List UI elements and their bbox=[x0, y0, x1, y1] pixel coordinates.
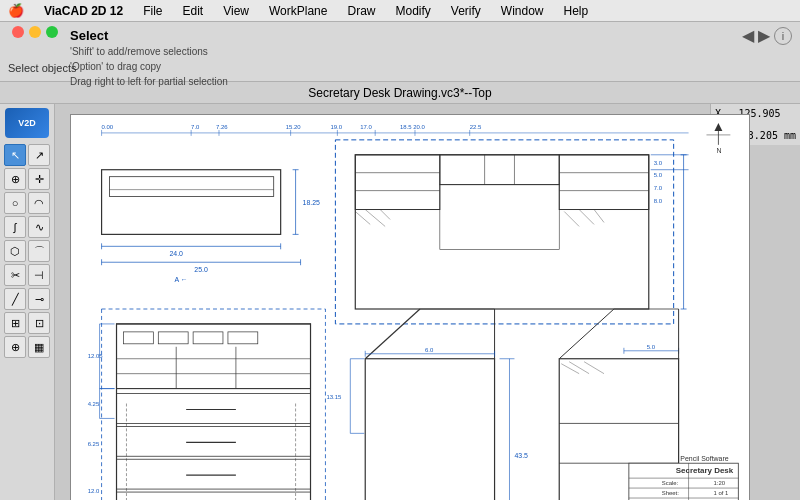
menu-edit[interactable]: Edit bbox=[175, 2, 212, 20]
toolbar-scroll-left[interactable]: ◀ bbox=[742, 26, 754, 45]
pointer-tool[interactable]: ↗ bbox=[28, 144, 50, 166]
tool-name: Select bbox=[70, 28, 228, 43]
app-logo: V2D bbox=[5, 108, 49, 138]
svg-text:24.0: 24.0 bbox=[169, 250, 183, 257]
svg-text:1 of 1: 1 of 1 bbox=[713, 490, 729, 496]
pattern-tool[interactable]: ▦ bbox=[28, 336, 50, 358]
svg-rect-73 bbox=[117, 426, 311, 456]
arc-tool[interactable]: ◠ bbox=[28, 192, 50, 214]
svg-text:Secretary Desk: Secretary Desk bbox=[676, 466, 734, 475]
svg-line-129 bbox=[561, 364, 579, 374]
toolrow-4: ∫ ∿ bbox=[4, 216, 50, 238]
extend-tool[interactable]: ⊣ bbox=[28, 264, 50, 286]
canvas-area[interactable]: X = -125.905 mm Y = -23.205 mm 0.00 7.0 … bbox=[55, 104, 800, 500]
svg-text:Sheet:: Sheet: bbox=[662, 490, 680, 496]
svg-text:8.0: 8.0 bbox=[654, 198, 663, 204]
tool-hint1: 'Shift' to add/remove selections bbox=[70, 45, 228, 58]
apple-menu[interactable]: 🍎 bbox=[8, 3, 24, 18]
svg-rect-72 bbox=[117, 394, 311, 424]
svg-rect-94 bbox=[365, 359, 494, 500]
menu-help[interactable]: Help bbox=[556, 2, 597, 20]
svg-rect-33 bbox=[335, 140, 673, 324]
menu-window[interactable]: Window bbox=[493, 2, 552, 20]
toolrow-8: ⊞ ⊡ bbox=[4, 312, 50, 334]
minimize-button[interactable] bbox=[29, 26, 41, 38]
wave-tool[interactable]: ∿ bbox=[28, 216, 50, 238]
svg-text:N: N bbox=[716, 147, 721, 154]
target-tool[interactable]: ⊕ bbox=[4, 168, 26, 190]
tool-info: Select 'Shift' to add/remove selections … bbox=[70, 26, 228, 88]
cross-tool[interactable]: ✛ bbox=[28, 168, 50, 190]
svg-text:Pencil Software: Pencil Software bbox=[680, 455, 728, 462]
trim-tool[interactable]: ✂ bbox=[4, 264, 26, 286]
svg-rect-74 bbox=[117, 459, 311, 489]
close-button[interactable] bbox=[12, 26, 24, 38]
toolrow-7: ╱ ⊸ bbox=[4, 288, 50, 310]
tool-hint2: 'Option' to drag copy bbox=[70, 60, 228, 73]
svg-line-48 bbox=[564, 212, 579, 227]
zoom-in-tool[interactable]: ⊕ bbox=[4, 336, 26, 358]
polygon-tool[interactable]: ⬡ bbox=[4, 240, 26, 262]
circle-tool[interactable]: ○ bbox=[4, 192, 26, 214]
snap-tool[interactable]: ⊡ bbox=[28, 312, 50, 334]
svg-text:18.5 20.0: 18.5 20.0 bbox=[400, 124, 426, 130]
sub-toolbar: Select objects bbox=[8, 62, 76, 74]
svg-line-49 bbox=[579, 210, 594, 225]
svg-rect-18 bbox=[110, 177, 274, 197]
svg-text:0.00: 0.00 bbox=[102, 124, 114, 130]
svg-rect-61 bbox=[117, 324, 311, 500]
svg-rect-38 bbox=[559, 155, 649, 210]
toolrow-2: ⊕ ✛ bbox=[4, 168, 50, 190]
tool-hint3: Drag right to left for partial selection bbox=[70, 75, 228, 88]
svg-text:6.25: 6.25 bbox=[88, 441, 100, 447]
window-controls bbox=[12, 26, 58, 38]
svg-text:43.5: 43.5 bbox=[514, 452, 528, 459]
toolrow-9: ⊕ ▦ bbox=[4, 336, 50, 358]
svg-rect-62 bbox=[117, 324, 311, 389]
menu-file[interactable]: File bbox=[135, 2, 170, 20]
menu-modify[interactable]: Modify bbox=[387, 2, 438, 20]
curve-tool[interactable]: ∫ bbox=[4, 216, 26, 238]
svg-text:5.0: 5.0 bbox=[654, 172, 663, 178]
line-tool[interactable]: ╱ bbox=[4, 288, 26, 310]
app-name[interactable]: ViaCAD 2D 12 bbox=[36, 2, 131, 20]
measure-tool[interactable]: ⊸ bbox=[28, 288, 50, 310]
toolbox: V2D ↖ ↗ ⊕ ✛ ○ ◠ ∫ ∿ ⬡ ⌒ ✂ ⊣ ╱ ⊸ ⊞ bbox=[0, 104, 55, 500]
svg-rect-60 bbox=[102, 309, 326, 500]
svg-rect-35 bbox=[355, 155, 440, 210]
drawing-svg: 0.00 7.0 7.26 15.20 19.0 17.0 18.5 20.0 … bbox=[71, 115, 749, 500]
spline-tool[interactable]: ⌒ bbox=[28, 240, 50, 262]
maximize-button[interactable] bbox=[46, 26, 58, 38]
arrow-tool[interactable]: ↖ bbox=[4, 144, 26, 166]
toolbar-scroll-right[interactable]: ▶ bbox=[758, 26, 770, 45]
menu-bar: 🍎 ViaCAD 2D 12 File Edit View WorkPlane … bbox=[0, 0, 800, 22]
svg-rect-41 bbox=[440, 155, 559, 185]
svg-text:7.26: 7.26 bbox=[216, 124, 228, 130]
svg-text:18.25: 18.25 bbox=[303, 199, 321, 206]
svg-rect-64 bbox=[158, 332, 188, 344]
info-button[interactable]: i bbox=[774, 27, 792, 45]
svg-rect-17 bbox=[102, 170, 281, 235]
svg-text:22.5: 22.5 bbox=[470, 124, 482, 130]
svg-text:3.0: 3.0 bbox=[654, 160, 663, 166]
svg-line-46 bbox=[365, 210, 385, 227]
svg-text:7.0: 7.0 bbox=[654, 185, 663, 191]
menu-draw[interactable]: Draw bbox=[339, 2, 383, 20]
svg-rect-63 bbox=[123, 332, 153, 344]
svg-line-95 bbox=[365, 309, 420, 359]
svg-text:5.0: 5.0 bbox=[647, 344, 656, 350]
menu-view[interactable]: View bbox=[215, 2, 257, 20]
svg-rect-66 bbox=[228, 332, 258, 344]
svg-text:15.20: 15.20 bbox=[286, 124, 302, 130]
drawing-canvas[interactable]: 0.00 7.0 7.26 15.20 19.0 17.0 18.5 20.0 … bbox=[70, 114, 750, 500]
toolbar: Select 'Shift' to add/remove selections … bbox=[0, 22, 800, 82]
svg-text:12.0: 12.0 bbox=[88, 488, 100, 494]
svg-line-123 bbox=[559, 309, 614, 359]
menu-workplane[interactable]: WorkPlane bbox=[261, 2, 335, 20]
svg-marker-147 bbox=[714, 123, 722, 131]
toolbar-right: ◀ ▶ i bbox=[742, 26, 792, 45]
menu-verify[interactable]: Verify bbox=[443, 2, 489, 20]
grid-tool[interactable]: ⊞ bbox=[4, 312, 26, 334]
svg-line-47 bbox=[380, 210, 390, 220]
svg-text:7.0: 7.0 bbox=[191, 124, 200, 130]
